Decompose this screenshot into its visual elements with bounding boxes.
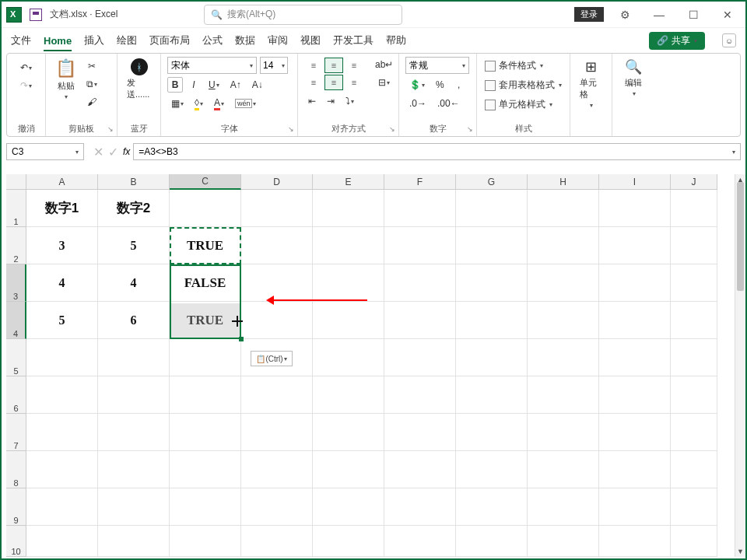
cell-G9[interactable] bbox=[456, 488, 528, 526]
cell-I8[interactable] bbox=[599, 451, 671, 488]
number-format-select[interactable]: 常规▾ bbox=[405, 57, 469, 74]
cell-H5[interactable] bbox=[528, 339, 599, 376]
cell-D10[interactable] bbox=[241, 526, 313, 557]
row-header-9[interactable]: 9 bbox=[6, 488, 26, 526]
number-launcher-icon[interactable]: ↘ bbox=[467, 125, 473, 133]
cell-G1[interactable] bbox=[456, 190, 528, 227]
cell-C6[interactable] bbox=[170, 376, 241, 414]
row-header-2[interactable]: 2 bbox=[6, 227, 26, 264]
wrap-text-button[interactable]: ab↵ bbox=[371, 57, 397, 72]
row-header-6[interactable]: 6 bbox=[6, 376, 26, 414]
cell-E6[interactable] bbox=[313, 376, 384, 414]
cell-B9[interactable] bbox=[98, 488, 170, 526]
column-header-A[interactable]: A bbox=[26, 174, 98, 190]
cut-button[interactable]: ✂ bbox=[82, 58, 101, 74]
orientation-button[interactable]: ⤵▾ bbox=[342, 93, 358, 109]
bold-button[interactable]: B bbox=[167, 77, 183, 93]
cell-I5[interactable] bbox=[599, 339, 671, 376]
cell-D6[interactable] bbox=[241, 376, 313, 414]
copy-button[interactable]: ⧉▾ bbox=[82, 76, 101, 92]
column-header-B[interactable]: B bbox=[98, 174, 170, 190]
underline-button[interactable]: U▾ bbox=[205, 77, 223, 93]
cell-C1[interactable] bbox=[170, 190, 241, 227]
tab-view[interactable]: 视图 bbox=[300, 33, 321, 47]
cell-J4[interactable] bbox=[671, 302, 717, 339]
italic-button[interactable]: I bbox=[186, 77, 202, 93]
cell-G6[interactable] bbox=[456, 376, 528, 414]
cell-B1[interactable]: 数字2 bbox=[98, 190, 170, 227]
merge-button[interactable]: ⊟▾ bbox=[371, 75, 397, 90]
paste-options-button[interactable]: 📋 (Ctrl) ▾ bbox=[251, 351, 293, 366]
cell-J9[interactable] bbox=[671, 488, 717, 526]
fx-icon[interactable]: fx bbox=[123, 146, 130, 157]
align-right[interactable]: ≡ bbox=[345, 75, 363, 90]
cell-B4[interactable]: 6 bbox=[98, 302, 170, 339]
name-box[interactable]: C3▾ bbox=[6, 143, 84, 160]
percent-button[interactable]: % bbox=[432, 77, 448, 93]
cell-E4[interactable] bbox=[313, 302, 384, 339]
format-painter-button[interactable]: 🖌 bbox=[82, 94, 101, 110]
cell-E7[interactable] bbox=[313, 414, 384, 451]
font-name-select[interactable]: 宋体▾ bbox=[167, 57, 257, 74]
borders-button[interactable]: ▦▾ bbox=[167, 96, 188, 111]
cell-A2[interactable]: 3 bbox=[26, 227, 98, 264]
cell-D7[interactable] bbox=[241, 414, 313, 451]
vertical-scrollbar[interactable]: ▲ ▼ bbox=[735, 174, 745, 557]
cell-A7[interactable] bbox=[26, 414, 98, 451]
alignment-launcher-icon[interactable]: ↘ bbox=[389, 125, 395, 133]
cell-G3[interactable] bbox=[456, 264, 528, 302]
column-header-F[interactable]: F bbox=[384, 174, 456, 190]
row-header-7[interactable]: 7 bbox=[6, 414, 26, 451]
cell-G7[interactable] bbox=[456, 414, 528, 451]
tab-formulas[interactable]: 公式 bbox=[202, 33, 223, 47]
font-launcher-icon[interactable]: ↘ bbox=[288, 125, 294, 133]
cell-A5[interactable] bbox=[26, 339, 98, 376]
cell-D2[interactable] bbox=[241, 227, 313, 264]
cell-J10[interactable] bbox=[671, 526, 717, 557]
row-header-5[interactable]: 5 bbox=[6, 339, 26, 376]
cell-B10[interactable] bbox=[98, 526, 170, 557]
bluetooth-send-button[interactable]: ᚼ 发送...... bbox=[124, 57, 154, 102]
increase-indent-button[interactable]: ⇥ bbox=[323, 93, 338, 109]
cell-F5[interactable] bbox=[384, 339, 456, 376]
tab-data[interactable]: 数据 bbox=[235, 33, 255, 47]
align-left[interactable]: ≡ bbox=[304, 75, 323, 90]
conditional-format-button[interactable]: 条件格式▾ bbox=[483, 58, 563, 73]
cell-H6[interactable] bbox=[528, 376, 599, 414]
column-header-D[interactable]: D bbox=[241, 174, 313, 190]
cell-C9[interactable] bbox=[170, 488, 241, 526]
column-header-J[interactable]: J bbox=[671, 174, 717, 190]
cell-H2[interactable] bbox=[528, 227, 599, 264]
tab-layout[interactable]: 页面布局 bbox=[149, 33, 190, 47]
cell-F10[interactable] bbox=[384, 526, 456, 557]
cell-B7[interactable] bbox=[98, 414, 170, 451]
column-header-H[interactable]: H bbox=[528, 174, 599, 190]
tab-draw[interactable]: 绘图 bbox=[117, 33, 137, 47]
cell-A3[interactable]: 4 bbox=[26, 264, 98, 302]
cell-F1[interactable] bbox=[384, 190, 456, 227]
cell-G8[interactable] bbox=[456, 451, 528, 488]
search-box[interactable]: 🔍 搜索(Alt+Q) bbox=[204, 5, 402, 25]
font-size-select[interactable]: 14▾ bbox=[260, 57, 288, 74]
comments-icon[interactable]: ☺ bbox=[722, 33, 736, 47]
cell-H7[interactable] bbox=[528, 414, 599, 451]
cell-G5[interactable] bbox=[456, 339, 528, 376]
cell-styles-button[interactable]: 单元格样式▾ bbox=[483, 97, 563, 112]
cell-B3[interactable]: 4 bbox=[98, 264, 170, 302]
paste-button[interactable]: 📋 粘贴 ▾ bbox=[52, 57, 79, 102]
comma-button[interactable]: , bbox=[451, 77, 467, 93]
decrease-indent-button[interactable]: ⇤ bbox=[304, 93, 320, 109]
cell-E9[interactable] bbox=[313, 488, 384, 526]
column-header-C[interactable]: C bbox=[170, 174, 241, 190]
cell-H10[interactable] bbox=[528, 526, 599, 557]
cell-B5[interactable] bbox=[98, 339, 170, 376]
redo-button[interactable]: ↷▾ bbox=[13, 78, 39, 93]
cell-H3[interactable] bbox=[528, 264, 599, 302]
cell-C3[interactable]: FALSE bbox=[170, 264, 241, 302]
align-center[interactable]: ≡ bbox=[324, 75, 343, 90]
cell-A9[interactable] bbox=[26, 488, 98, 526]
cell-D1[interactable] bbox=[241, 190, 313, 227]
cell-C8[interactable] bbox=[170, 451, 241, 488]
scroll-thumb[interactable] bbox=[737, 182, 744, 291]
cell-I3[interactable] bbox=[599, 264, 671, 302]
